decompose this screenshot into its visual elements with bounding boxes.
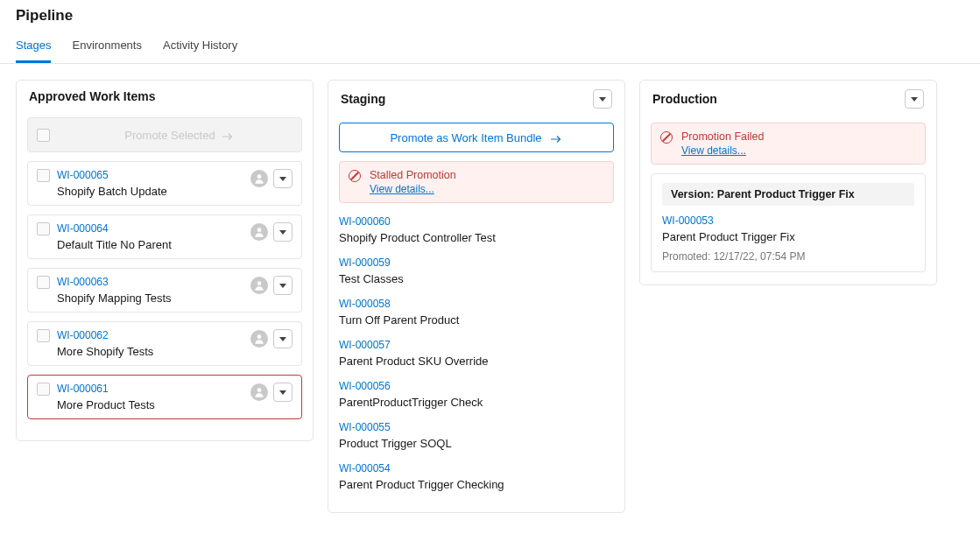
- production-alert-message: Promotion Failed: [681, 130, 765, 143]
- promote-selected-bar: Promote Selected: [27, 117, 302, 152]
- production-card: Version: Parent Product Trigger Fix WI-0…: [651, 173, 926, 272]
- version-badge: Version: Parent Product Trigger Fix: [662, 183, 914, 206]
- work-item: WI-000058Turn Off Parent Product: [339, 294, 614, 335]
- work-item: WI-000055Product Trigger SOQL: [339, 418, 614, 459]
- tabs: Stages Environments Activity History: [0, 30, 980, 64]
- avatar-icon[interactable]: [250, 330, 268, 348]
- promote-selected-label: Promote Selected: [124, 129, 215, 142]
- chevron-down-icon: [279, 337, 286, 341]
- production-alert-link[interactable]: View details...: [681, 144, 746, 157]
- work-item-link[interactable]: WI-000065: [57, 169, 243, 181]
- staging-alert-link[interactable]: View details...: [370, 183, 434, 195]
- column-approved: Approved Work Items Promote Selected WI-…: [16, 80, 314, 441]
- work-item-title: Default Title No Parent: [57, 238, 243, 251]
- staging-alert-message: Stalled Promotion: [370, 169, 456, 181]
- chevron-down-icon: [279, 284, 286, 288]
- svg-point-0: [257, 174, 262, 179]
- work-item-card: WI-000064Default Title No Parent: [27, 214, 302, 259]
- work-item-menu-button[interactable]: [273, 276, 293, 295]
- work-item-link[interactable]: WI-000059: [339, 256, 614, 269]
- error-icon: [660, 131, 673, 144]
- staging-alert: Stalled Promotion View details...: [339, 161, 614, 203]
- tab-activity-history[interactable]: Activity History: [163, 30, 237, 63]
- work-item-link[interactable]: WI-000061: [57, 383, 243, 395]
- work-item-title: More Product Tests: [57, 398, 243, 411]
- work-item-link[interactable]: WI-000056: [339, 380, 614, 392]
- work-item-title: Parent Product Trigger Fix: [662, 230, 914, 243]
- work-item: WI-000060Shopify Product Controller Test: [339, 212, 614, 253]
- work-item-card: WI-000061More Product Tests: [27, 375, 302, 419]
- work-item: WI-000059Test Classes: [339, 253, 614, 294]
- work-item-menu-button[interactable]: [273, 383, 293, 402]
- avatar-icon[interactable]: [250, 170, 268, 187]
- work-item: WI-000056ParentProductTrigger Check: [339, 376, 614, 418]
- work-item-link[interactable]: WI-000063: [57, 276, 243, 288]
- svg-point-1: [257, 228, 262, 232]
- promote-bundle-label: Promote as Work Item Bundle: [390, 131, 541, 144]
- work-item-link[interactable]: WI-000058: [339, 298, 614, 310]
- arrow-right-icon: [551, 133, 563, 142]
- work-item-menu-button[interactable]: [273, 222, 293, 242]
- approved-title: Approved Work Items: [29, 89, 155, 103]
- error-icon: [349, 170, 361, 182]
- column-staging: Staging Promote as Work Item Bundle Stal…: [328, 80, 625, 513]
- svg-point-2: [257, 281, 262, 285]
- work-item: WI-000057Parent Product SKU Override: [339, 335, 614, 376]
- work-item-title: Turn Off Parent Product: [339, 313, 614, 327]
- avatar-icon[interactable]: [250, 383, 268, 401]
- work-item-card: WI-000062More Shopify Tests: [27, 321, 302, 366]
- staging-title: Staging: [341, 92, 385, 106]
- pipeline-columns: Approved Work Items Promote Selected WI-…: [0, 64, 980, 529]
- tab-environments[interactable]: Environments: [72, 30, 141, 63]
- column-production: Production Promotion Failed View details…: [639, 80, 937, 285]
- work-item-checkbox[interactable]: [37, 383, 50, 396]
- work-item-checkbox[interactable]: [37, 169, 50, 182]
- work-item-title: Shopify Mapping Tests: [57, 292, 243, 305]
- arrow-right-icon: [222, 130, 235, 139]
- chevron-down-icon: [599, 97, 606, 102]
- work-item-menu-button[interactable]: [273, 329, 293, 348]
- chevron-down-icon: [279, 177, 286, 181]
- promote-bundle-button[interactable]: Promote as Work Item Bundle: [339, 123, 614, 152]
- work-item-title: Parent Product Trigger Checking: [339, 478, 614, 491]
- work-item-title: ParentProductTrigger Check: [339, 396, 614, 409]
- work-item-title: Parent Product SKU Override: [339, 355, 614, 368]
- work-item-link[interactable]: WI-000062: [57, 329, 243, 341]
- chevron-down-icon: [279, 390, 286, 395]
- promoted-timestamp: Promoted: 12/17/22, 07:54 PM: [662, 250, 914, 263]
- production-title: Production: [652, 92, 717, 106]
- staging-menu-button[interactable]: [593, 89, 612, 109]
- work-item-checkbox[interactable]: [37, 222, 50, 235]
- work-item-card: WI-000065Shopify Batch Update: [27, 161, 302, 206]
- production-alert: Promotion Failed View details...: [651, 123, 926, 165]
- work-item-title: Shopify Product Controller Test: [339, 231, 614, 244]
- work-item-card: WI-000063Shopify Mapping Tests: [27, 268, 302, 313]
- work-item-title: Product Trigger SOQL: [339, 437, 614, 450]
- work-item-checkbox[interactable]: [37, 276, 50, 289]
- work-item-link[interactable]: WI-000054: [339, 462, 614, 474]
- select-all-checkbox[interactable]: [37, 129, 50, 142]
- avatar-icon[interactable]: [250, 223, 268, 241]
- work-item-link[interactable]: WI-000053: [662, 214, 914, 227]
- work-item-title: More Shopify Tests: [57, 345, 243, 358]
- work-item-link[interactable]: WI-000064: [57, 222, 243, 235]
- work-item-link[interactable]: WI-000057: [339, 339, 614, 351]
- work-item: WI-000054Parent Product Trigger Checking: [339, 459, 614, 500]
- tab-stages[interactable]: Stages: [16, 30, 51, 63]
- svg-point-3: [257, 334, 262, 339]
- work-item-title: Test Classes: [339, 272, 614, 285]
- promote-selected-button[interactable]: Promote Selected: [58, 129, 301, 142]
- work-item-menu-button[interactable]: [273, 169, 293, 188]
- work-item-link[interactable]: WI-000055: [339, 421, 614, 433]
- work-item-checkbox[interactable]: [37, 329, 50, 342]
- chevron-down-icon: [911, 97, 918, 102]
- production-menu-button[interactable]: [905, 89, 924, 109]
- avatar-icon[interactable]: [250, 277, 268, 294]
- svg-point-4: [257, 388, 262, 392]
- work-item-link[interactable]: WI-000060: [339, 215, 614, 228]
- chevron-down-icon: [279, 230, 286, 235]
- work-item-title: Shopify Batch Update: [57, 185, 243, 198]
- page-title: Pipeline: [0, 0, 980, 30]
